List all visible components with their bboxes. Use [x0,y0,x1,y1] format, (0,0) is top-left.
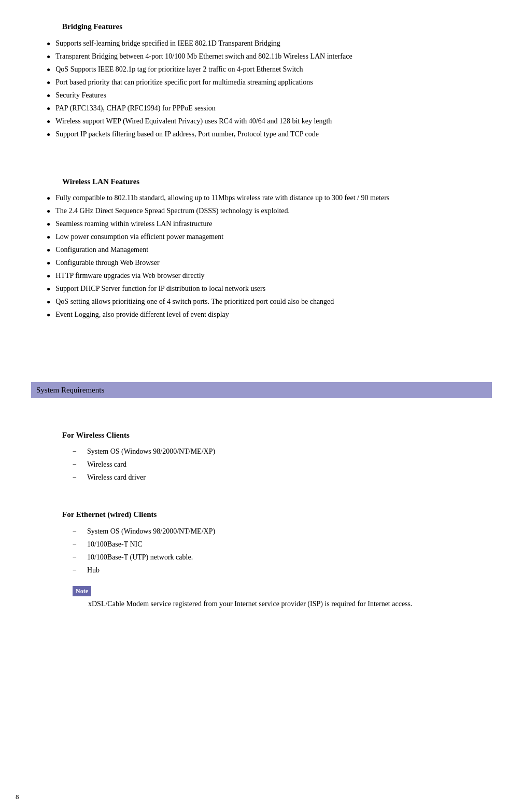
note-text: xDSL/Cable Modem service registered from… [88,598,492,609]
ethernet-clients-title: For Ethernet (wired) Clients [62,509,492,521]
bridging-features-title: Bridging Features [62,21,492,33]
list-item: Supports self-learning bridge specified … [47,38,492,49]
wireless-clients-list: System OS (Windows 98/2000/NT/ME/XP) Wir… [73,446,492,483]
system-requirements-header: System Requirements [31,382,492,398]
list-item: System OS (Windows 98/2000/NT/ME/XP) [73,526,492,537]
list-item: Seamless roaming within wireless LAN inf… [47,218,492,229]
list-item: Configuration and Management [47,244,492,255]
list-item: Transparent Bridging between 4-port 10/1… [47,51,492,62]
list-item: QoS Supports IEEE 802.1p tag for priorit… [47,64,492,75]
list-item: Wireless card driver [73,472,492,483]
list-item: 10/100Base-T (UTP) network cable. [73,552,492,563]
list-item: Port based priority that can prioritize … [47,77,492,88]
list-item: Hub [73,565,492,576]
list-item: Support DHCP Server function for IP dist… [47,283,492,294]
list-item: System OS (Windows 98/2000/NT/ME/XP) [73,446,492,457]
bridging-features-list: Supports self-learning bridge specified … [47,38,492,139]
list-item: Fully compatible to 802.11b standard, al… [47,192,492,203]
list-item: QoS setting allows prioritizing one of 4… [47,296,492,307]
list-item: Event Logging, also provide different le… [47,309,492,320]
list-item: Wireless support WEP (Wired Equivalent P… [47,116,492,127]
wireless-lan-features-title: Wireless LAN Features [62,176,492,188]
list-item: 10/100Base-T NIC [73,539,492,550]
note-label: Note [73,586,91,596]
list-item: Security Features [47,90,492,101]
list-item: The 2.4 GHz Direct Sequence Spread Spect… [47,205,492,216]
wireless-clients-title: For Wireless Clients [62,429,492,441]
list-item: HTTP firmware upgrades via Web browser d… [47,270,492,281]
list-item: Configurable through Web Browser [47,257,492,268]
ethernet-clients-list: System OS (Windows 98/2000/NT/ME/XP) 10/… [73,526,492,576]
list-item: Support IP packets filtering based on IP… [47,129,492,139]
list-item: Wireless card [73,459,492,470]
page-number: 8 [16,792,19,802]
wireless-lan-features-list: Fully compatible to 802.11b standard, al… [47,192,492,320]
list-item: Low power consumption via efficient powe… [47,231,492,242]
list-item: PAP (RFC1334), CHAP (RFC1994) for PPPoE … [47,103,492,114]
